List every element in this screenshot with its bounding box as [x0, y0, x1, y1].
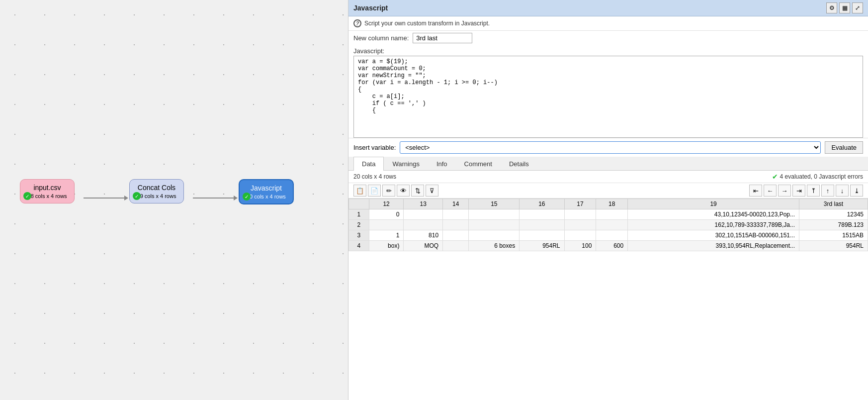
arrow-1 [84, 196, 128, 200]
node-javascript-title: Javascript [247, 184, 286, 192]
nav-next-btn[interactable]: → [778, 185, 791, 197]
tab-comment[interactable]: Comment [456, 157, 501, 171]
tab-details[interactable]: Details [501, 157, 537, 171]
tool-paste-btn[interactable]: 📄 [368, 185, 381, 197]
col-header-19: 19 [628, 199, 799, 209]
tab-data[interactable]: Data [353, 157, 384, 171]
table-cell [564, 220, 596, 230]
javascript-label: Javascript: [348, 45, 868, 56]
nav-up-btn[interactable]: ↑ [821, 185, 834, 197]
gear-icon-btn[interactable]: ⚙ [826, 2, 837, 13]
table-cell: 12345 [799, 209, 868, 220]
node-check-concat: ✓ [133, 192, 141, 200]
data-area: 20 cols x 4 rows ✔ 4 evaluated, 0 Javasc… [348, 171, 868, 400]
col-header-15: 15 [469, 199, 520, 209]
insert-variable-select[interactable]: <select> [400, 141, 821, 154]
node-check-js: ✓ [243, 193, 251, 200]
canvas: ✓ input.csv 18 cols x 4 rows ✓ Concat Co… [0, 0, 348, 400]
table-cell: 43,10,12345-00020,123,Pop... [628, 209, 799, 220]
panel-header-icons: ⚙ ▦ ⤢ [826, 2, 863, 13]
table-row: 4box)MOQ6 boxes954RL100600393,10,954RL,R… [349, 241, 868, 251]
info-row: ? Script your own custom transform in Ja… [348, 16, 868, 31]
table-row: 31810302,10,1515AB-000060,151...1515AB [349, 230, 868, 241]
table-cell [404, 220, 443, 230]
toolbar-left: 📋 📄 ✏ 👁 ⇅ ⊽ [353, 185, 438, 197]
table-cell: 6 boxes [469, 241, 520, 251]
table-cell: 600 [596, 241, 628, 251]
tool-copy-btn[interactable]: 📋 [353, 185, 366, 197]
eval-status: ✔ 4 evaluated, 0 Javascript errors [772, 173, 863, 181]
table-cell: 162,10,789-333337,789B,Ja... [628, 220, 799, 230]
code-editor[interactable] [353, 56, 863, 138]
toolbar-right: ⇤ ← → ⇥ ⤒ ↑ ↓ ⤓ [749, 185, 863, 197]
table-cell [564, 209, 596, 220]
table-cell: 393,10,954RL,Replacement... [628, 241, 799, 251]
js-label-text: Javascript: [353, 47, 384, 55]
col-header-14: 14 [443, 199, 469, 209]
tool-sort-btn[interactable]: ⇅ [411, 185, 424, 197]
table-cell [469, 220, 520, 230]
table-cell: 1 [369, 230, 404, 241]
table-cell [520, 209, 564, 220]
col-header-16: 16 [520, 199, 564, 209]
tabs-bar: Data Warnings Info Comment Details [348, 157, 868, 171]
table-cell [443, 230, 469, 241]
table-cell-rownum: 1 [349, 209, 369, 220]
new-column-input[interactable] [413, 33, 472, 43]
table-cell: 1515AB [799, 230, 868, 241]
nav-prev-btn[interactable]: ← [764, 185, 777, 197]
table-cell [404, 209, 443, 220]
nav-last-btn[interactable]: ⇥ [792, 185, 805, 197]
nav-down-btn[interactable]: ↓ [836, 185, 849, 197]
table-cell [469, 209, 520, 220]
expand-icon-btn[interactable]: ⤢ [852, 2, 863, 13]
node-check-input: ✓ [23, 192, 31, 200]
data-status-row: 20 cols x 4 rows ✔ 4 evaluated, 0 Javasc… [348, 171, 868, 183]
arrow-2 [193, 196, 238, 200]
node-concat-cols-subtitle: 19 cols x 4 rows [137, 193, 176, 199]
table-header-row: 12 13 14 15 16 17 18 19 3rd last [349, 199, 868, 209]
table-cell: MOQ [404, 241, 443, 251]
col-header-rownum [349, 199, 369, 209]
check-green-icon: ✔ [772, 173, 778, 181]
tool-edit-btn[interactable]: ✏ [382, 185, 395, 197]
table-cell: 100 [564, 241, 596, 251]
table-cell [443, 209, 469, 220]
table-cell-rownum: 2 [349, 220, 369, 230]
table-row: 2162,10,789-333337,789B,Ja...789B.123 [349, 220, 868, 230]
tab-info[interactable]: Info [428, 157, 456, 171]
nav-down-last-btn[interactable]: ⤓ [850, 185, 863, 197]
node-input-csv[interactable]: ✓ input.csv 18 cols x 4 rows [20, 179, 75, 203]
insert-row: Insert variable: <select> Evaluate [348, 138, 868, 157]
col-header-13: 13 [404, 199, 443, 209]
table-cell-rownum: 4 [349, 241, 369, 251]
col-header-18: 18 [596, 199, 628, 209]
evaluate-button[interactable]: Evaluate [825, 141, 863, 154]
table-cell: 302,10,1515AB-000060,151... [628, 230, 799, 241]
tool-view-btn[interactable]: 👁 [397, 185, 410, 197]
node-concat-cols-title: Concat Cols [137, 184, 176, 192]
table-cell [369, 220, 404, 230]
table-cell [443, 241, 469, 251]
tab-warnings[interactable]: Warnings [384, 157, 428, 171]
node-javascript[interactable]: ✓ Javascript 20 cols x 4 rows [239, 179, 294, 204]
grid-icon-btn[interactable]: ▦ [839, 2, 850, 13]
table-cell [443, 220, 469, 230]
table-cell: 954RL [520, 241, 564, 251]
data-table-wrapper[interactable]: 12 13 14 15 16 17 18 19 3rd last 1043,10… [348, 199, 868, 400]
table-cell: 954RL [799, 241, 868, 251]
tool-filter-btn[interactable]: ⊽ [426, 185, 438, 197]
table-cell [596, 209, 628, 220]
table-cell-rownum: 3 [349, 230, 369, 241]
table-cell: 0 [369, 209, 404, 220]
table-cell [520, 220, 564, 230]
insert-variable-label: Insert variable: [353, 144, 396, 151]
node-concat-cols[interactable]: ✓ Concat Cols 19 cols x 4 rows [129, 179, 184, 203]
nav-up-first-btn[interactable]: ⤒ [807, 185, 820, 197]
table-cell: 789B.123 [799, 220, 868, 230]
panel-header: Javascript ⚙ ▦ ⤢ [348, 0, 868, 16]
nav-first-btn[interactable]: ⇤ [749, 185, 762, 197]
col-header-12: 12 [369, 199, 404, 209]
table-cell: 810 [404, 230, 443, 241]
table-cell [520, 230, 564, 241]
